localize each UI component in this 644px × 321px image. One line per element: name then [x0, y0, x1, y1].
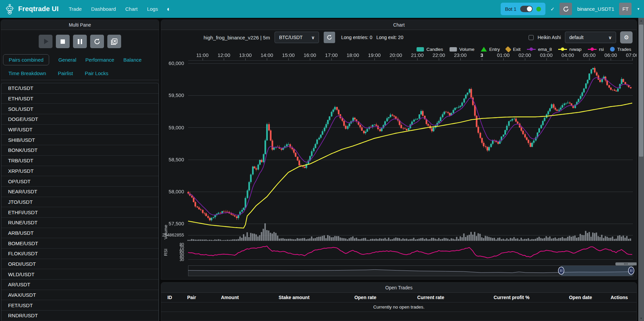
nav-item-logs[interactable]: Logs [147, 6, 158, 12]
column-header-current-rate: Current rate [397, 295, 464, 300]
bot-control-buttons [1, 30, 159, 52]
start-bot-button[interactable] [39, 35, 52, 48]
pair-row-avax[interactable]: AVAX/USDT [1, 290, 158, 300]
sidebar-tabs-row2: Time BreakdownPairlistPair Locks [1, 66, 159, 80]
brand-title[interactable]: Freqtrade UI [18, 5, 59, 13]
pair-row-floki[interactable]: FLOKI/USDT [1, 249, 158, 259]
chevron-down-icon: ∨ [608, 35, 612, 40]
pause-icon [78, 39, 82, 44]
play-icon [44, 39, 48, 44]
app-root: Freqtrade UI TradeDashboardChartLogs ◐ B… [0, 0, 644, 321]
pair-row-fet[interactable]: FET/USDT [1, 300, 158, 311]
open-trades-empty-message: Currently no open trades. [161, 302, 637, 312]
pair-row-btc[interactable]: BTC/USDT [1, 83, 158, 94]
plot-settings-button[interactable]: ⚙ [620, 31, 633, 43]
ema_8-swatch-icon [527, 49, 536, 50]
forceexit-chart-button[interactable] [107, 35, 121, 48]
column-header-stake-amount: Stake amount [255, 295, 333, 300]
pair-row-xrp[interactable]: XRP/USDT [1, 166, 158, 176]
nav-item-chart[interactable]: Chart [125, 6, 138, 12]
remove-chart-icon [111, 38, 118, 45]
freqtrade-robot-logo [5, 3, 15, 15]
plot-config-select[interactable]: default ∨ [565, 32, 616, 43]
refresh-icon [327, 35, 332, 40]
pair-row-sol[interactable]: SOL/USDT [1, 104, 158, 114]
bot-health-check-icon: ✓ [550, 6, 555, 12]
pair-row-bonk[interactable]: BONK/USDT [1, 145, 158, 156]
toggle-knob [527, 6, 532, 11]
reload-config-button[interactable] [90, 35, 104, 48]
pair-row-ar[interactable]: AR/USDT [1, 280, 158, 290]
nav-item-dashboard[interactable]: Dashboard [91, 6, 116, 12]
pair-select[interactable]: BTC/USDT ∨ [275, 32, 319, 43]
tab-general[interactable]: General [58, 57, 76, 63]
global-refresh-button[interactable] [560, 3, 572, 15]
heikin-ashi-checkbox[interactable] [529, 35, 534, 40]
chart-panel: Chart high_frog_binance_v226 | 5m BTC/US… [161, 20, 637, 280]
long-exit-count: Long exit: 20 [377, 35, 403, 40]
page-vertical-scrollbar[interactable]: ▲ ▼ [638, 18, 644, 321]
pair-row-arb[interactable]: ARB/USDT [1, 228, 158, 238]
column-header-current-profit-: Current profit % [464, 295, 559, 300]
pair-row-trb[interactable]: TRB/USDT [1, 156, 158, 166]
pair-row-wld[interactable]: WLD/USDT [1, 269, 158, 280]
open-trades-panel: Open Trades IDPairAmountStake amountOpen… [161, 282, 637, 321]
pair-row-rndr[interactable]: RNDR/USDT [1, 311, 158, 321]
chart-canvas[interactable] [161, 50, 637, 280]
scrollbar-thumb[interactable] [639, 25, 643, 157]
refresh-icon [563, 6, 569, 12]
stop-bot-button[interactable] [56, 35, 70, 48]
pair-row-rune[interactable]: RUNE/USDT [1, 218, 158, 228]
column-header-actions: Actions [602, 295, 637, 300]
bot-online-indicator [536, 7, 541, 11]
sidebar-tabs-row1: Pairs combinedGeneralPerformanceBalance [1, 52, 159, 66]
pair-row-ethfi[interactable]: ETHFI/USDT [1, 207, 158, 218]
pair-list: BTC/USDTETH/USDTSOL/USDTDOGE/USDTWIF/USD… [1, 83, 159, 321]
column-header-open-date: Open date [559, 295, 602, 300]
pair-row-ordi[interactable]: ORDI/USDT [1, 259, 158, 269]
tab-pairs-combined[interactable]: Pairs combined [3, 54, 49, 65]
tabs-divider [1, 80, 159, 80]
pair-row-bome[interactable]: BOME/USDT [1, 238, 158, 249]
bot-selector[interactable]: Bot 1 [501, 3, 545, 15]
signal-counts: Long entries: 0Long exit: 20 [341, 35, 403, 40]
column-header-id: ID [161, 295, 178, 300]
chevron-down-icon: ∨ [311, 35, 315, 40]
pair-row-near[interactable]: NEAR/USDT [1, 187, 158, 197]
rsi-swatch-icon [588, 49, 597, 50]
pair-select-value: BTC/USDT [279, 35, 302, 40]
chart-panel-header[interactable]: Chart [161, 20, 637, 30]
scroll-up-arrow-icon[interactable]: ▲ [638, 18, 644, 23]
stop-icon [61, 39, 65, 44]
pair-row-wif[interactable]: WIF/USDT [1, 125, 158, 135]
tab-pairlist[interactable]: Pairlist [58, 70, 73, 76]
pair-row-shib[interactable]: SHIB/USDT [1, 135, 158, 145]
chart-refresh-button[interactable] [324, 32, 335, 43]
user-avatar[interactable]: FT [619, 3, 632, 15]
pair-row-doge[interactable]: DOGE/USDT [1, 114, 158, 125]
column-header-pair: Pair [178, 295, 205, 300]
theme-toggle-icon[interactable]: ◐ [167, 5, 170, 13]
tab-performance[interactable]: Performance [85, 57, 114, 63]
bot-enable-toggle[interactable] [520, 6, 533, 12]
navbar: Freqtrade UI TradeDashboardChartLogs ◐ B… [0, 0, 644, 18]
tab-balance[interactable]: Balance [123, 57, 142, 63]
tab-time-breakdown[interactable]: Time Breakdown [8, 70, 46, 76]
bot-name: binance_USDT1 [577, 6, 614, 12]
heikin-ashi-label: Heikin Ashi [538, 35, 561, 40]
nav-items: TradeDashboardChartLogs [69, 6, 158, 12]
tab-pair-locks[interactable]: Pair Locks [85, 70, 108, 76]
multi-pane-header[interactable]: Multi Pane [1, 20, 159, 30]
pair-row-eth[interactable]: ETH/USDT [1, 94, 158, 104]
open-trades-column-headers: IDPairAmountStake amountOpen rateCurrent… [161, 293, 637, 302]
navbar-right: Bot 1 ✓ binance_USDT1 FT ▾ [501, 3, 639, 15]
scroll-down-arrow-icon[interactable]: ▼ [638, 316, 644, 321]
column-header-amount: Amount [205, 295, 255, 300]
nav-item-trade[interactable]: Trade [69, 6, 82, 12]
reload-icon [94, 38, 100, 45]
pair-row-op[interactable]: OP/USDT [1, 176, 158, 187]
user-menu-caret-icon[interactable]: ▾ [637, 7, 639, 11]
pause-bot-button[interactable] [73, 35, 87, 48]
plot-config-value: default [569, 35, 583, 40]
pair-row-jto[interactable]: JTO/USDT [1, 197, 158, 207]
